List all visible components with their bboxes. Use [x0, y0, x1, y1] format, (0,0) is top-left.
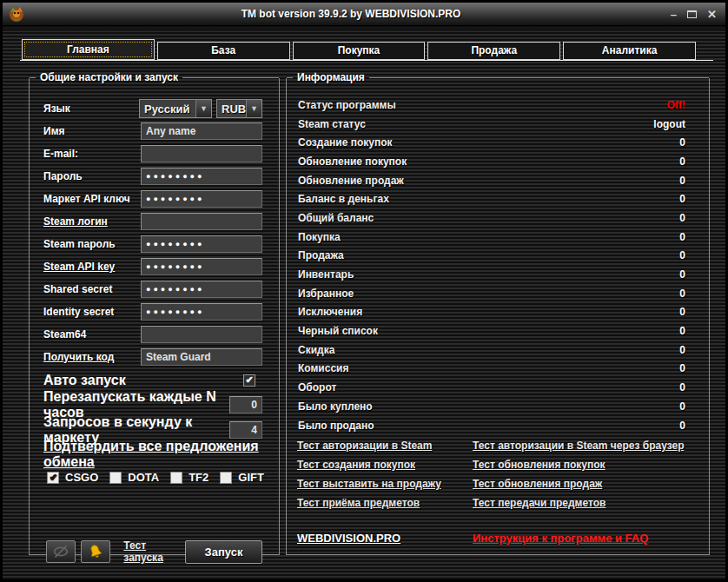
- steam-login-row: Steam логин: [30, 210, 279, 233]
- hide-button[interactable]: [46, 540, 76, 563]
- steam-password-label: Steam пароль: [43, 238, 141, 250]
- autostart-checkbox[interactable]: [243, 374, 255, 387]
- csgo-checkbox[interactable]: [47, 472, 59, 484]
- faq-link[interactable]: Инструкция к программе и FAQ: [473, 532, 648, 545]
- steam-api-key-input[interactable]: [141, 258, 262, 275]
- language-select[interactable]: Русский ▼: [139, 99, 212, 118]
- tab-content-border: [20, 60, 713, 61]
- market-api-key-label: Маркет API ключ: [43, 193, 141, 205]
- tab-main[interactable]: Главная: [22, 39, 155, 60]
- csgo-label: CSGO: [65, 471, 98, 484]
- gift-checkbox[interactable]: [220, 472, 232, 484]
- settings-fields: Язык Русский ▼ RUB ▼ Имя E-mail: Паро: [30, 97, 279, 564]
- password-row: Пароль: [30, 165, 279, 188]
- test-link-list-for-sale[interactable]: Тест выставить на продажу: [297, 478, 441, 490]
- steam-password-input[interactable]: [141, 235, 262, 253]
- currency-selected-value: RUB: [217, 103, 246, 116]
- shared-secret-label: Shared secret: [43, 283, 141, 295]
- tf2-checkbox[interactable]: [170, 472, 182, 484]
- steam-api-key-row: Steam API key: [30, 255, 279, 278]
- steam-login-input[interactable]: [141, 213, 262, 230]
- test-link-create-orders[interactable]: Тест создания покупок: [297, 459, 415, 471]
- info-row: Создание покупок0: [288, 133, 708, 152]
- test-link-update-orders[interactable]: Тест обновления покупок: [473, 459, 606, 471]
- password-label: Пароль: [43, 170, 141, 182]
- info-row: Было продано0: [288, 416, 708, 435]
- confirm-trades-row: Подтвердить все предложения обмена: [30, 442, 279, 466]
- game-option-tf2: TF2: [170, 471, 208, 484]
- eye-slash-icon: [51, 545, 70, 559]
- minimize-button[interactable]: –: [671, 9, 677, 20]
- test-run-link[interactable]: Тест запуска: [123, 539, 185, 564]
- run-button[interactable]: Запуск: [185, 540, 262, 564]
- dota-checkbox[interactable]: [109, 472, 122, 484]
- requests-per-second-input[interactable]: [229, 421, 262, 439]
- password-input[interactable]: [141, 168, 262, 185]
- test-link-steam-auth-browser[interactable]: Тест авторизации в Steam через браузер: [473, 440, 684, 452]
- chevron-down-icon[interactable]: ▼: [195, 100, 211, 117]
- steam64-input[interactable]: [141, 326, 262, 343]
- test-link-receive-items[interactable]: Тест приёма предметов: [297, 497, 420, 509]
- info-row: Комиссия0: [288, 360, 708, 379]
- app-logo-icon: [8, 5, 25, 23]
- tab-base[interactable]: База: [157, 42, 290, 60]
- confirm-trades-link[interactable]: Подтвердить все предложения обмена: [43, 439, 265, 470]
- launch-buttons-row: Тест запуска Запуск: [30, 539, 279, 564]
- test-links: Тест авторизации в Steam Тест авторизаци…: [297, 436, 700, 513]
- info-row: Скидка0: [288, 341, 708, 360]
- currency-select[interactable]: RUB ▼: [216, 99, 262, 118]
- info-panel-title: Информация: [293, 71, 369, 84]
- maximize-button[interactable]: [687, 10, 697, 18]
- test-link-send-items[interactable]: Тест передачи предметов: [473, 497, 606, 509]
- identity-secret-label: Identity secret: [43, 306, 141, 318]
- site-link[interactable]: WEBDIVISION.PRO: [297, 532, 400, 545]
- market-api-key-input[interactable]: [141, 190, 262, 208]
- info-row: Общий баланс0: [288, 208, 708, 228]
- info-row-program-status: Статус программыOff!: [288, 96, 708, 115]
- tab-sale[interactable]: Продажа: [427, 42, 560, 60]
- info-row: Избранное0: [288, 284, 708, 303]
- title-bar: TM bot version 39.9.2 by WEBDIVISION.PRO…: [3, 3, 725, 26]
- email-input[interactable]: [141, 145, 262, 162]
- dota-label: DOTA: [128, 471, 159, 484]
- game-option-csgo: CSGO: [47, 471, 98, 484]
- get-code-row: Получить код: [30, 346, 279, 368]
- titlebar-divider: [3, 27, 725, 32]
- steam64-label: Steam64: [43, 328, 141, 341]
- get-code-link[interactable]: Получить код: [43, 351, 141, 363]
- settings-panel: Общие настройки и запуск Язык Русский ▼ …: [29, 78, 280, 555]
- restart-hours-input[interactable]: [229, 396, 262, 413]
- tab-analytics[interactable]: Аналитика: [563, 42, 696, 60]
- settings-panel-title-row: Общие настройки и запуск: [30, 71, 279, 84]
- name-input[interactable]: [141, 122, 262, 140]
- identity-secret-input[interactable]: [141, 303, 262, 321]
- info-row: Покупка0: [288, 228, 708, 247]
- steam-api-key-link[interactable]: Steam API key: [43, 261, 141, 273]
- settings-panel-title: Общие настройки и запуск: [36, 71, 182, 84]
- shared-secret-row: Shared secret: [30, 278, 279, 301]
- notification-button[interactable]: [81, 540, 110, 563]
- steam-guard-code-input[interactable]: [141, 348, 262, 366]
- info-row: Исключения0: [288, 303, 708, 322]
- name-row: Имя: [30, 120, 279, 142]
- language-selected-value: Русский: [140, 103, 195, 116]
- steam64-row: Steam64: [30, 323, 279, 346]
- shared-secret-input[interactable]: [141, 281, 262, 298]
- close-button[interactable]: ✕: [707, 9, 717, 20]
- info-panel: Информация Статус программыOff! Steam ст…: [286, 78, 710, 555]
- market-api-row: Маркет API ключ: [30, 188, 279, 210]
- info-rows: Статус программыOff! Steam статусlogout …: [288, 96, 708, 434]
- tab-purchase[interactable]: Покупка: [293, 42, 426, 60]
- test-link-update-sales[interactable]: Тест обновления продаж: [473, 478, 602, 490]
- window-controls: – ✕: [671, 3, 717, 26]
- steam-login-link[interactable]: Steam логин: [43, 215, 141, 228]
- info-row: Было куплено0: [288, 397, 708, 416]
- tf2-label: TF2: [189, 471, 208, 484]
- chevron-down-icon[interactable]: ▼: [246, 100, 261, 117]
- language-label: Язык: [43, 103, 139, 115]
- bell-icon: [86, 542, 106, 562]
- info-row: Инвентарь0: [288, 265, 708, 284]
- gift-label: GIFT: [238, 471, 264, 484]
- test-link-steam-auth[interactable]: Тест авторизации в Steam: [297, 440, 432, 452]
- status-badge: Off!: [667, 99, 685, 111]
